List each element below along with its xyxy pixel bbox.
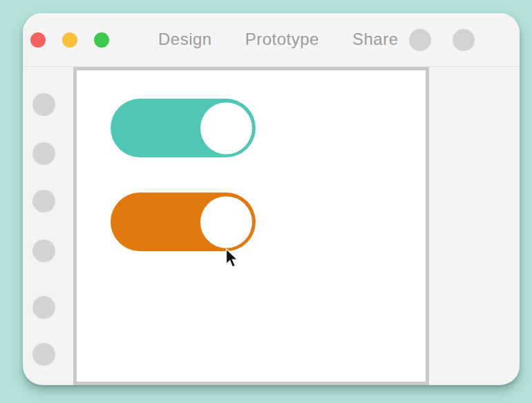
desktop-background: { "toolbar": { "tabs": [ { "label": "Des… xyxy=(0,0,532,403)
toggle-knob[interactable] xyxy=(200,196,252,248)
close-button[interactable] xyxy=(30,32,46,48)
tab-prototype[interactable]: Prototype xyxy=(245,31,319,49)
sidebar-tool-button-5[interactable] xyxy=(32,296,55,319)
tab-design[interactable]: Design xyxy=(158,31,212,49)
app-window: Design Prototype Share xyxy=(23,13,520,385)
tab-share[interactable]: Share xyxy=(352,31,399,49)
sidebar-tool-button-4[interactable] xyxy=(32,239,55,262)
toolbar-action-button-2[interactable] xyxy=(453,29,475,51)
toolbar-action-button-1[interactable] xyxy=(409,29,431,51)
toolbar: Design Prototype Share xyxy=(23,13,520,67)
toggle-switch-teal[interactable] xyxy=(111,99,256,157)
artboard-canvas[interactable] xyxy=(73,67,429,385)
toggle-switch-orange[interactable] xyxy=(111,193,256,251)
traffic-lights-group xyxy=(30,13,109,67)
toggle-knob[interactable] xyxy=(200,102,252,154)
toolbar-tabs: Design Prototype Share xyxy=(158,13,399,67)
sidebar-tool-button-6[interactable] xyxy=(32,343,55,366)
toolbar-actions-group xyxy=(409,13,475,67)
zoom-button[interactable] xyxy=(94,32,109,48)
sidebar-tool-button-1[interactable] xyxy=(32,93,55,116)
minimize-button[interactable] xyxy=(62,32,77,48)
tool-sidebar xyxy=(23,67,73,385)
sidebar-tool-button-3[interactable] xyxy=(32,190,55,213)
sidebar-tool-button-2[interactable] xyxy=(32,142,55,165)
